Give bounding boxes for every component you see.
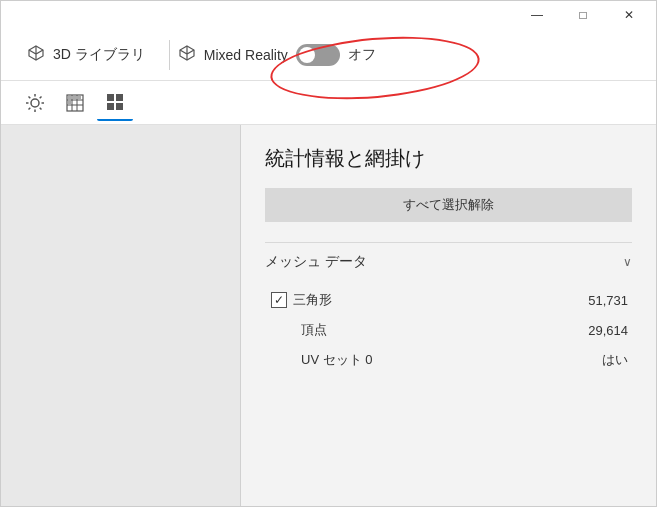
checkmark-icon: ✓ <box>274 293 284 307</box>
row-label: 三角形 <box>293 291 588 309</box>
svg-point-0 <box>31 99 39 107</box>
tab-bar: 3D ライブラリ Mixed Reality オフ <box>1 29 656 81</box>
data-table: ✓ 三角形 51,731 頂点 29,614 <box>265 285 632 375</box>
svg-rect-15 <box>73 96 76 99</box>
row-value: 51,731 <box>588 293 628 308</box>
svg-rect-21 <box>116 103 123 110</box>
brightness-toolbar-icon[interactable] <box>17 85 53 121</box>
library-icon <box>27 44 45 65</box>
svg-rect-14 <box>68 96 71 99</box>
minimize-button[interactable]: — <box>514 1 560 29</box>
svg-rect-16 <box>78 96 81 99</box>
left-panel <box>1 125 241 506</box>
svg-line-5 <box>29 96 31 98</box>
row-value: 29,614 <box>588 323 628 338</box>
deselect-all-button[interactable]: すべて選択解除 <box>265 188 632 222</box>
svg-line-7 <box>40 96 42 98</box>
tab-3d-library[interactable]: 3D ライブラリ <box>11 36 161 73</box>
triangle-checkbox[interactable]: ✓ <box>271 292 287 308</box>
mixed-reality-section: Mixed Reality オフ <box>178 44 376 66</box>
chart-toolbar-icon[interactable] <box>57 85 93 121</box>
svg-rect-19 <box>116 94 123 101</box>
mesh-data-section-header[interactable]: メッシュ データ ∨ <box>265 242 632 281</box>
row-label: 頂点 <box>301 321 588 339</box>
table-row: ✓ 三角形 51,731 <box>265 285 632 315</box>
maximize-button[interactable]: □ <box>560 1 606 29</box>
toggle-off-label: オフ <box>348 46 376 64</box>
svg-rect-20 <box>107 103 114 110</box>
tab-library-label: 3D ライブラリ <box>53 46 145 64</box>
grid-toolbar-icon[interactable] <box>97 85 133 121</box>
table-row: 頂点 29,614 <box>265 315 632 345</box>
mixed-reality-icon <box>178 44 196 66</box>
chevron-down-icon: ∨ <box>623 255 632 269</box>
row-value: はい <box>602 351 628 369</box>
svg-rect-17 <box>68 101 71 104</box>
icon-toolbar <box>1 81 656 125</box>
row-label: UV セット 0 <box>301 351 602 369</box>
title-bar: — □ ✕ <box>1 1 656 29</box>
main-content: 統計情報と網掛け すべて選択解除 メッシュ データ ∨ ✓ <box>1 125 656 506</box>
mixed-reality-label: Mixed Reality <box>204 47 288 63</box>
mesh-data-label: メッシュ データ <box>265 253 367 271</box>
mixed-reality-toggle[interactable] <box>296 44 340 66</box>
table-row: UV セット 0 はい <box>265 345 632 375</box>
close-button[interactable]: ✕ <box>606 1 652 29</box>
checkbox-cell[interactable]: ✓ <box>265 292 293 308</box>
svg-rect-18 <box>107 94 114 101</box>
right-panel: 統計情報と網掛け すべて選択解除 メッシュ データ ∨ ✓ <box>241 125 656 506</box>
tab-divider <box>169 40 170 70</box>
svg-line-8 <box>29 107 31 109</box>
svg-line-6 <box>40 107 42 109</box>
section-title: 統計情報と網掛け <box>265 145 632 172</box>
